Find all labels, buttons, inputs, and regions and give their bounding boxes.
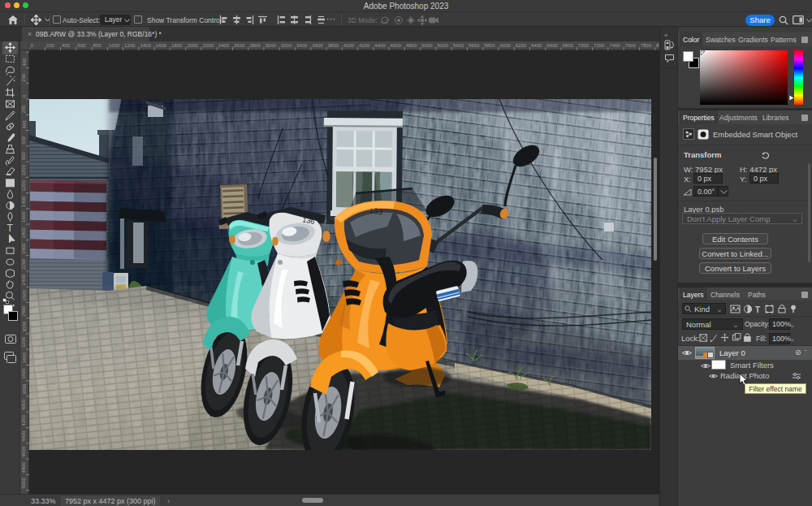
svg-text:1800: 1800 [171, 43, 183, 48]
svg-text:1000: 1000 [109, 43, 120, 48]
svg-text:2600: 2600 [234, 43, 245, 48]
svg-text:3800: 3800 [328, 43, 339, 48]
svg-text:0: 0 [22, 94, 27, 97]
svg-text:200: 200 [22, 105, 27, 114]
svg-text:5200: 5200 [437, 43, 448, 48]
svg-text:7600: 7600 [625, 43, 637, 48]
svg-text:400: 400 [22, 58, 27, 67]
svg-text:2400: 2400 [22, 274, 27, 285]
svg-text:5000: 5000 [421, 43, 433, 48]
svg-text:7800: 7800 [641, 43, 652, 48]
svg-text:1400: 1400 [140, 43, 151, 48]
svg-text:1200: 1200 [22, 180, 27, 192]
svg-text:T: T [7, 223, 14, 234]
svg-text:600: 600 [22, 136, 27, 145]
svg-text:4800: 4800 [406, 43, 417, 48]
svg-text:2800: 2800 [22, 305, 27, 317]
svg-text:4600: 4600 [391, 43, 402, 48]
svg-text:2200: 2200 [22, 258, 27, 270]
svg-text:T: T [755, 305, 760, 314]
svg-text:2600: 2600 [22, 289, 27, 301]
svg-text:0: 0 [31, 43, 34, 48]
svg-text:800: 800 [22, 151, 27, 160]
svg-text:2200: 2200 [202, 43, 214, 48]
svg-text:3600: 3600 [312, 43, 323, 48]
svg-text:400: 400 [62, 43, 71, 48]
svg-text:7200: 7200 [594, 43, 605, 48]
svg-text:6200: 6200 [516, 43, 527, 48]
svg-text:4200: 4200 [359, 43, 370, 48]
svg-text:3600: 3600 [22, 368, 27, 379]
svg-text:1600: 1600 [156, 43, 167, 48]
svg-text:4400: 4400 [374, 43, 386, 48]
svg-text:1200: 1200 [124, 43, 136, 48]
svg-text:1800: 1800 [22, 227, 27, 238]
svg-text:3400: 3400 [22, 352, 27, 363]
svg-text:4200: 4200 [22, 415, 27, 426]
svg-text:3200: 3200 [281, 43, 292, 48]
svg-text:7400: 7400 [609, 43, 620, 48]
svg-text:6800: 6800 [563, 43, 574, 48]
svg-text:3800: 3800 [22, 383, 27, 395]
svg-text:1400: 1400 [22, 196, 27, 207]
svg-text:1600: 1600 [22, 211, 27, 223]
svg-text:800: 800 [93, 43, 102, 48]
svg-text:4400: 4400 [22, 430, 27, 442]
svg-text:7000: 7000 [578, 43, 590, 48]
svg-text:3000: 3000 [266, 43, 277, 48]
svg-text:4000: 4000 [22, 399, 27, 410]
svg-text:4800: 4800 [22, 461, 27, 473]
svg-text:2400: 2400 [218, 43, 230, 48]
svg-text:4000: 4000 [343, 43, 355, 48]
svg-text:4600: 4600 [22, 446, 27, 457]
svg-text:200: 200 [22, 73, 27, 82]
svg-text:1000: 1000 [22, 164, 27, 175]
svg-text:5400: 5400 [453, 43, 464, 48]
svg-text:200: 200 [46, 43, 55, 48]
svg-text:2800: 2800 [249, 43, 261, 48]
svg-text:2000: 2000 [22, 243, 27, 254]
svg-text:3200: 3200 [22, 336, 27, 348]
svg-text:3400: 3400 [296, 43, 308, 48]
svg-text:6400: 6400 [531, 43, 542, 48]
svg-text:3000: 3000 [22, 321, 27, 332]
svg-text:400: 400 [22, 120, 27, 129]
svg-text:600: 600 [77, 43, 86, 48]
svg-text:5800: 5800 [484, 43, 495, 48]
svg-text:5000: 5000 [22, 478, 27, 489]
svg-text:5600: 5600 [469, 43, 480, 48]
svg-text:6000: 6000 [500, 43, 512, 48]
svg-text:2000: 2000 [187, 43, 198, 48]
svg-text:6600: 6600 [546, 43, 558, 48]
